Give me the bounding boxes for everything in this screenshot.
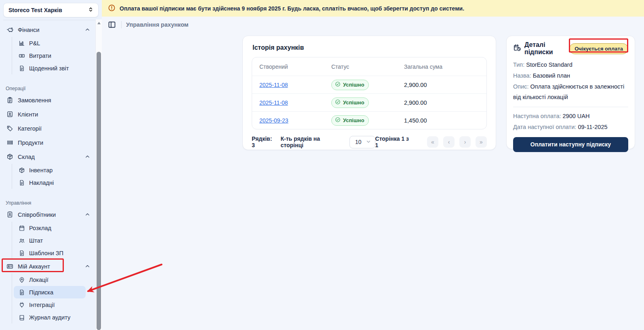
column-header: Загальна сума	[404, 63, 479, 70]
column-header: Статус	[331, 63, 404, 70]
field-value: Базовий план	[533, 72, 570, 79]
subscription-fields: Тип: StorEco StandardНазва: Базовий план…	[513, 59, 628, 103]
sidebar-item-label: Розклад	[29, 225, 51, 231]
package-icon	[19, 167, 25, 173]
sidebar-item-waybills[interactable]: Накладні	[14, 176, 86, 189]
payment-pending-badge: Очікується оплата	[569, 43, 628, 54]
scroll-up-arrow-icon[interactable]	[97, 22, 101, 24]
invoice-amount: 1,450.00	[404, 117, 479, 124]
sidebar-item-employees[interactable]: Співробітники	[0, 207, 95, 222]
pagination-last-button[interactable]: »	[476, 136, 487, 148]
sidebar-item-inventory[interactable]: Інвентар	[14, 164, 86, 176]
invoice-date-link[interactable]: 2025-11-08	[259, 82, 288, 88]
sidebar-item-salary-templates[interactable]: Шаблони ЗП	[14, 247, 86, 259]
subscription-field: Опис: Оплата здійснюється в залежності в…	[513, 81, 628, 103]
field-label: Опис:	[513, 83, 529, 90]
sidebar-item-clients[interactable]: Клієнти	[0, 107, 95, 121]
sidebar-item-staff[interactable]: Штат	[14, 234, 86, 247]
org-selector[interactable]: Storeco Test Харків	[3, 3, 99, 17]
plug-icon	[19, 302, 25, 308]
invoice-table-header: СтворенийСтатусЗагальна сума	[252, 57, 486, 76]
sidebar-item-locations[interactable]: Локації	[14, 273, 86, 286]
page-indicator: Сторінка 1 з 1	[375, 135, 413, 148]
sidebar-item-label: Продукти	[18, 140, 43, 146]
subscription-details-card: Деталі підписки Очікується оплата Тип: S…	[506, 36, 635, 149]
invoice-row: 2025-09-23Успішно1,450.00	[252, 111, 486, 129]
calendar-clock-icon	[513, 44, 521, 53]
check-circle-icon	[335, 117, 341, 124]
status-badge: Успішно	[331, 115, 369, 126]
check-circle-icon	[335, 99, 341, 106]
pagination-first-button[interactable]: «	[427, 136, 438, 148]
invoice-table: СтворенийСтатусЗагальна сума 2025-11-08У…	[252, 57, 487, 129]
content-pane: Оплата вашої підписки має бути здійснена…	[102, 0, 644, 330]
subscription-title: Деталі підписки	[524, 41, 566, 56]
header-divider	[121, 21, 122, 28]
sidebar: Storeco Test Харків ФінансиP&LВитратиЩод…	[0, 0, 102, 330]
sidebar-item-label: Журнал аудиту	[29, 314, 70, 321]
app-window: Storeco Test Харків ФінансиP&LВитратиЩод…	[0, 0, 644, 330]
invoice-table-body: 2025-11-08Успішно2,900.002025-11-08Успіш…	[252, 76, 486, 129]
pagination-prev-button[interactable]: ‹	[443, 136, 455, 148]
per-page-label: К-ть рядків на сторінці	[280, 135, 343, 148]
sidebar-scrollbar-thumb[interactable]	[97, 52, 101, 330]
sidebar-item-label: Підписка	[29, 289, 53, 296]
page-title: Управління рахунком	[126, 21, 189, 28]
org-selector-value: Storeco Test Харків	[8, 7, 87, 13]
per-page-select[interactable]: 10	[349, 136, 375, 148]
pig-icon	[6, 26, 13, 33]
banner-text: Оплата вашої підписки має бути здійснена…	[120, 5, 464, 12]
subscription-field: Назва: Базовий план	[513, 70, 628, 81]
sidebar-item-pnl[interactable]: P&L	[14, 37, 86, 49]
pagination-next-button[interactable]: ›	[459, 136, 471, 148]
sidebar-item-label: Штат	[29, 237, 43, 244]
sidebar-item-categories[interactable]: Категорії	[0, 121, 95, 135]
file-text-icon	[19, 65, 25, 72]
field-value: 2900 UAH	[563, 113, 590, 119]
status-label: Успішно	[343, 82, 364, 88]
sidebar-item-label: Накладні	[29, 180, 54, 186]
invoice-date-link[interactable]: 2025-11-08	[259, 99, 288, 106]
sidebar-item-audit-log[interactable]: Журнал аудиту	[14, 311, 86, 324]
invoice-amount: 2,900.00	[404, 99, 479, 106]
sidebar-item-warehouse[interactable]: Склад	[0, 150, 95, 164]
sidebar-divider	[3, 20, 99, 20]
book-icon	[19, 314, 25, 321]
sidebar-item-integrations[interactable]: Інтеграції	[14, 298, 86, 311]
sidebar-scrollbar[interactable]	[95, 19, 102, 330]
sidebar-toggle-button[interactable]	[107, 20, 117, 30]
status-badge: Успішно	[331, 80, 369, 90]
invoice-amount: 2,900.00	[404, 82, 479, 88]
sidebar-item-products[interactable]: Продукти	[0, 135, 95, 150]
field-value: 09-11-2025	[578, 124, 607, 130]
sidebar-item-label: Шаблони ЗП	[29, 250, 63, 256]
field-label: Дата наступної оплати:	[513, 124, 576, 130]
chevron-down-icon	[366, 139, 371, 146]
file-text-icon	[19, 289, 25, 296]
alert-circle-icon	[108, 4, 116, 13]
sidebar-item-label: Склад	[18, 154, 35, 160]
invoice-date-link[interactable]: 2025-09-23	[259, 117, 288, 124]
sidebar-item-label: P&L	[29, 40, 40, 47]
field-label: Тип:	[513, 61, 524, 68]
sidebar-item-expenses[interactable]: Витрати	[14, 49, 86, 62]
sidebar-section-operations: Операції	[0, 81, 95, 93]
users-icon	[19, 237, 25, 244]
sidebar-item-label: Фінанси	[18, 27, 40, 33]
id-badge-icon	[6, 211, 13, 218]
sidebar-item-schedule[interactable]: Розклад	[14, 222, 86, 234]
sidebar-item-my-account[interactable]: Мій Аккаунт	[0, 259, 95, 273]
status-label: Успішно	[343, 117, 364, 123]
sidebar-item-orders[interactable]: Замовлення	[0, 93, 95, 107]
pagination-left: Рядків: 3 К-ть рядків на сторінці 10	[252, 135, 375, 148]
sidebar-item-daily-report[interactable]: Щоденний звіт	[14, 62, 86, 74]
file-text-icon	[19, 180, 25, 186]
sidebar-item-label: Локації	[29, 277, 48, 283]
sidebar-item-finances[interactable]: Фінанси	[0, 23, 95, 37]
pagination-bar: Рядків: 3 К-ть рядків на сторінці 10 Сто…	[252, 135, 487, 148]
sidebar-item-label: Інтеграції	[29, 302, 55, 308]
sidebar-item-subscription[interactable]: Підписка	[14, 286, 86, 298]
pay-subscription-button[interactable]: Оплатити наступну підписку	[513, 137, 628, 152]
chevron-up-icon	[84, 263, 90, 269]
package-icon	[6, 153, 13, 160]
